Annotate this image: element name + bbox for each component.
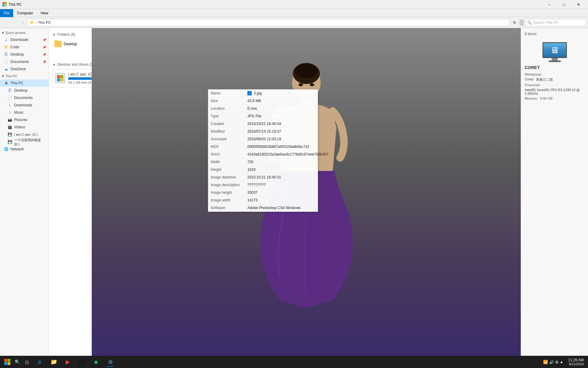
- prop-label-1: Size: [208, 97, 245, 105]
- memory-value: 8.00 GB: [540, 97, 553, 100]
- prop-value-7: 09005f560929d6f7a95315fadb6bc742: [245, 143, 318, 150]
- menu-view[interactable]: View: [37, 9, 52, 17]
- quick-access-label: Quick access: [6, 31, 25, 35]
- sidebar-pictures-label: Pictures: [14, 118, 27, 122]
- sidebar-item-downloads2[interactable]: ⭳ Downloads: [0, 101, 49, 109]
- quick-access-header[interactable]: ▼ Quick access: [0, 29, 49, 36]
- sidebar-item-music[interactable]: ♫ Music: [0, 109, 49, 116]
- system-icons: 📶 🔊 ◍ ▲: [542, 360, 564, 364]
- menu-file[interactable]: File: [0, 9, 13, 17]
- prop-value-14: 14173: [245, 197, 318, 204]
- sidebar-item-network[interactable]: 🌐 Network: [0, 145, 49, 153]
- sidebar-item-this-pc[interactable]: 🖥 This PC: [0, 79, 49, 87]
- action-center-icon: ▲: [560, 360, 563, 364]
- taskbar-clock[interactable]: 11:26 AM 9/21/2016: [566, 358, 586, 366]
- taskbar-app-media[interactable]: ▶: [61, 356, 75, 367]
- prop-label-9: Width: [208, 158, 245, 166]
- desktop-icon: 🗄: [7, 88, 12, 93]
- drive-item-c-icon: [55, 73, 65, 83]
- prop-value-13: 20037: [245, 189, 318, 196]
- sidebar-drive-e-label: 一个没屁用的硬盘 (E:): [14, 138, 46, 146]
- processor-detail: Processor:: [525, 83, 584, 87]
- file-properties-panel: NameJ2.jpgSize43.9 MBLocationE:/resTypeJ…: [208, 89, 318, 212]
- address-path[interactable]: 📁 › This PC: [28, 19, 510, 26]
- prop-label-2: Location: [208, 105, 245, 112]
- svg-point-4: [298, 83, 303, 86]
- onedrive-icon: ☁: [4, 67, 9, 72]
- prop-row-created: Created2015/10/21 16:46:04: [208, 120, 318, 128]
- pin-icon[interactable]: 📌: [43, 38, 46, 42]
- forward-button[interactable]: →: [10, 19, 18, 26]
- workgroup-detail: Workgroup:: [525, 72, 584, 76]
- downloads-icon: ⭳: [4, 37, 9, 42]
- taskbar-app-app1[interactable]: ◆: [89, 356, 103, 367]
- image-preview: NameJ2.jpgSize43.9 MBLocationE:/resTypeJ…: [92, 28, 521, 359]
- search-button[interactable]: 🔍: [13, 356, 21, 367]
- sidebar-item-drive-e[interactable]: 💾 一个没屁用的硬盘 (E:): [0, 138, 49, 145]
- prop-value-10: 1019: [245, 166, 318, 173]
- pin-icon-4[interactable]: 📌: [43, 60, 46, 64]
- taskbar-app-chrome[interactable]: ◯: [75, 356, 89, 367]
- prop-row-accessed: Accessed2016/09/20 12:03:19: [208, 135, 318, 143]
- clock-date: 9/21/2016: [568, 362, 584, 366]
- sidebar-item-desktop[interactable]: 🗄 Desktop: [0, 87, 49, 94]
- computer-name: COREY: [525, 65, 584, 70]
- prop-value-11: 2015:10:21 16:40:31: [245, 174, 318, 181]
- drive-e-icon: 💾: [7, 139, 12, 144]
- prop-row-md5: MD509005f560929d6f7a95315fadb6bc742: [208, 143, 318, 151]
- close-button[interactable]: ✕: [571, 0, 586, 9]
- sidebar-item-documents-qa[interactable]: 📄 Documents 📌: [0, 58, 49, 65]
- prop-label-5: Modified: [208, 128, 245, 135]
- back-button[interactable]: ←: [2, 19, 9, 26]
- prop-label-8: SHA1: [208, 151, 245, 158]
- this-pc-header[interactable]: ▼ This PC: [0, 73, 49, 79]
- sidebar-item-videos[interactable]: 🎬 Videos: [0, 123, 49, 131]
- documents-qa-icon: 📄: [4, 59, 9, 64]
- sidebar-item-downloads[interactable]: ⭳ Downloads 📌: [0, 36, 49, 43]
- sidebar-item-desktop-qa[interactable]: 🗄 Desktop 📌: [0, 51, 49, 58]
- maximize-button[interactable]: □: [557, 0, 571, 9]
- prop-value-9: 720: [245, 158, 318, 166]
- folder-desktop-name: Desktop: [64, 42, 77, 46]
- current-path: This PC: [38, 20, 51, 25]
- sidebar-item-onedrive[interactable]: ☁ OneDrive: [0, 65, 49, 73]
- task-view-button[interactable]: ◫: [21, 356, 32, 367]
- sidebar-downloads-label: Downloads: [10, 38, 28, 42]
- sidebar-item-documents[interactable]: 📄 Documents: [0, 94, 49, 101]
- this-pc-icon: 🖥: [4, 81, 9, 86]
- pin-icon-2[interactable]: 📌: [43, 46, 46, 49]
- prop-label-14: Image width: [208, 197, 245, 204]
- pin-icon-3[interactable]: 📌: [43, 53, 46, 56]
- sidebar-item-pictures[interactable]: 📷 Pictures: [0, 116, 49, 123]
- right-panel: 8 items 🖥 COREY Workgroup:: [521, 28, 588, 359]
- search-box[interactable]: 🔍 Search This PC: [525, 19, 586, 26]
- taskbar-app-thispc[interactable]: 🖥: [103, 356, 117, 367]
- minimize-button[interactable]: −: [542, 0, 556, 9]
- prop-value-3: JPG File: [245, 112, 318, 120]
- refresh-button[interactable]: ↻: [511, 19, 518, 26]
- svg-point-2: [295, 63, 318, 78]
- sidebar-drive-c-label: I am C pan. (C:): [14, 133, 38, 136]
- prop-value-15: Adobe Photoshop CS4 Windows: [245, 204, 318, 212]
- taskbar-right: 📶 🔊 ◍ ▲ 11:26 AM 9/21/2016: [542, 358, 586, 366]
- sidebar-music-label: Music: [14, 110, 24, 115]
- prop-label-4: Created: [208, 120, 245, 127]
- prop-label-6: Accessed: [208, 135, 245, 143]
- menu-computer[interactable]: Computer: [13, 9, 37, 17]
- videos-icon: 🎬: [7, 125, 12, 130]
- start-button[interactable]: [2, 356, 13, 367]
- address-bar: ← → ↑ 📁 › This PC ↻ 🔍 Search This PC: [0, 17, 588, 28]
- prop-label-0: Name: [208, 90, 245, 97]
- prop-value-5: 2016/07/14 15:19:37: [245, 128, 318, 135]
- sidebar-item-drive-c[interactable]: 💾 I am C pan. (C:): [0, 131, 49, 138]
- prop-row-location: LocationE:/res: [208, 105, 318, 112]
- taskbar-app-filemanager[interactable]: 📁: [47, 356, 61, 367]
- menu-bar: File Computer View: [0, 9, 588, 17]
- prop-row-width: Width720: [208, 158, 318, 166]
- prop-row-image-datetime: Image datetime2015:10:21 16:40:31: [208, 174, 318, 181]
- sidebar-item-code[interactable]: 📁 Code 📌: [0, 43, 49, 51]
- up-button[interactable]: ↑: [19, 19, 26, 26]
- taskbar-app-ie[interactable]: e: [33, 356, 46, 367]
- window-icon: [2, 2, 7, 7]
- prop-label-11: Image datetime: [208, 174, 245, 181]
